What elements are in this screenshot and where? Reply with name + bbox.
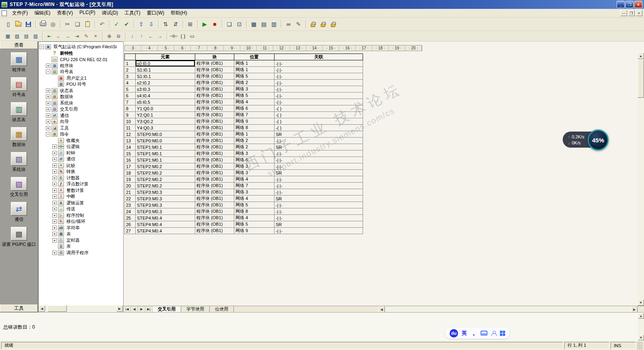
sidebar-item-system-block[interactable]: ▧系统块 xyxy=(0,150,38,175)
cell-association[interactable]: -| |- xyxy=(275,189,363,196)
cell-location[interactable]: 网络 3 xyxy=(234,189,275,196)
sidebar-item-program-block[interactable]: ▦程序块 xyxy=(0,50,38,75)
row-number-cell[interactable]: 1 xyxy=(125,60,136,67)
cell-location[interactable]: 网络 2 xyxy=(234,138,275,144)
tree-toggle-string[interactable]: + xyxy=(52,226,57,230)
row-number-cell[interactable]: 6 xyxy=(125,93,136,99)
row-number-cell[interactable]: 27 xyxy=(125,228,136,234)
pou-comments-button[interactable]: ▤ xyxy=(22,32,31,40)
cell-location[interactable]: 网络 4 xyxy=(234,176,275,183)
tree-item-user-defined-1[interactable]: ▦用户定义1 xyxy=(39,75,123,82)
row-number-cell[interactable]: 21 xyxy=(125,189,136,196)
insert-box-button[interactable]: ▭ xyxy=(188,32,197,40)
tree-toggle-move[interactable]: + xyxy=(52,207,57,211)
scroll-up-button[interactable]: ▲ xyxy=(638,313,644,319)
goto-previous-button[interactable]: ← xyxy=(54,32,63,40)
cell-location[interactable]: 网络 3 xyxy=(234,163,275,170)
cell-block[interactable]: 程序块 (OB1) xyxy=(195,112,234,118)
run-button[interactable]: ▶ xyxy=(200,19,210,29)
cell-association[interactable]: -| |- xyxy=(275,80,363,86)
tree-toggle-floating-point-math[interactable]: + xyxy=(52,182,57,186)
cell-element[interactable]: STEP2:M0.2 xyxy=(136,170,195,176)
cell-location[interactable]: 网络 4 xyxy=(234,215,275,221)
tree-item-bit-logic[interactable]: +⊣⊢位逻辑 xyxy=(39,144,123,150)
row-number-cell[interactable]: 19 xyxy=(125,176,136,183)
tree-toggle-status-chart[interactable]: + xyxy=(46,89,50,93)
view-symbol-info-button[interactable]: ▨ xyxy=(31,32,40,40)
cell-block[interactable]: 程序块 (OB1) xyxy=(195,189,234,196)
cell-association[interactable]: -( ) xyxy=(275,112,363,118)
cell-association[interactable]: -| |- xyxy=(275,99,363,105)
row-number-cell[interactable]: 22 xyxy=(125,196,136,202)
cell-element[interactable]: S1:I0.1 xyxy=(136,73,195,80)
tree-toggle-timers[interactable]: + xyxy=(52,238,57,243)
row-number-cell[interactable]: 8 xyxy=(125,105,136,112)
tree-item-program-control[interactable]: +▷程序控制 xyxy=(39,212,123,219)
cell-location[interactable]: 网络 1 xyxy=(234,67,275,73)
tree-item-convert[interactable]: +⇆转换 xyxy=(39,169,123,175)
cell-location[interactable]: 网络 2 xyxy=(234,144,275,150)
cell-element[interactable]: STEP0:M0.0 xyxy=(136,131,195,138)
cell-location[interactable]: 网络 5 xyxy=(234,202,275,208)
ime-keyboard-icon[interactable] xyxy=(481,331,487,336)
tree-item-move[interactable]: +→传送 xyxy=(39,206,123,212)
cell-association[interactable]: -| |- xyxy=(275,163,363,170)
sort-descending-button[interactable]: ⇵ xyxy=(171,19,181,29)
cell-association[interactable]: SR xyxy=(275,131,363,138)
cell-location[interactable]: 网络 3 xyxy=(234,86,275,93)
tree-item-logical-operations[interactable]: +&逻辑运算 xyxy=(39,200,123,206)
cell-location[interactable]: 网络 7 xyxy=(234,183,275,189)
tree-item-cpu[interactable]: ▭CPU 226 CN REL 02.01 xyxy=(39,56,123,63)
tree-toggle-counters[interactable]: + xyxy=(52,176,57,180)
tree-toggle-program-control[interactable]: + xyxy=(52,213,57,218)
output-scrollbar[interactable]: ▲ ▼ xyxy=(638,313,644,340)
tree-item-clock[interactable]: +◷时钟 xyxy=(39,150,123,156)
tree-toggle-system-block[interactable]: + xyxy=(46,101,50,105)
tree-toggle-tools[interactable]: + xyxy=(46,126,50,130)
compile-button[interactable]: ✓ xyxy=(111,19,122,29)
menu-window[interactable]: 窗口(W) xyxy=(144,9,167,17)
tree-toggle-shift-rotate[interactable]: + xyxy=(52,219,57,224)
cell-element[interactable]: STEP3:M0.3 xyxy=(136,189,195,196)
cell-association[interactable]: -| |- xyxy=(275,157,363,163)
tree-toggle-call-subroutines[interactable]: + xyxy=(52,251,57,255)
ime-punctuation-icon[interactable]: ， xyxy=(471,331,477,335)
edit-cell-button[interactable]: ✎ xyxy=(82,32,91,40)
cell-element[interactable]: STEP3:M0.3 xyxy=(136,202,195,208)
goto-first-button[interactable]: ⇤ xyxy=(45,32,54,40)
data-block-view-button[interactable]: ▥ xyxy=(269,19,279,29)
cell-element[interactable]: S1:I0.1 xyxy=(136,67,195,73)
tree-item-program-block[interactable]: +▦程序块 xyxy=(39,63,123,69)
tree-item-system-block[interactable]: +▧系统块 xyxy=(39,100,123,107)
column-header-block[interactable]: 块 xyxy=(195,54,234,60)
scroll-right-button[interactable]: ▶ xyxy=(631,306,638,313)
menu-debug[interactable]: 调试(D) xyxy=(99,9,122,17)
menu-help[interactable]: 帮助(H) xyxy=(167,9,190,17)
insert-network-button[interactable]: ▦ xyxy=(3,32,12,40)
line-down-button[interactable]: ↓ xyxy=(128,32,137,40)
new-button[interactable]: ▯ xyxy=(3,19,13,29)
symbol-table-view-button[interactable]: ▦ xyxy=(249,19,259,29)
table-horizontal-scrollbar[interactable]: ◀ ▶ xyxy=(378,306,638,312)
pause-program-status-button[interactable]: ⊡ xyxy=(234,19,244,29)
tree-toggle-bit-logic[interactable]: + xyxy=(52,144,57,149)
goto-last-button[interactable]: ⇥ xyxy=(72,32,82,40)
cell-block[interactable]: 程序块 (OB1) xyxy=(195,67,234,73)
row-number-cell[interactable]: 13 xyxy=(125,138,136,144)
navigation-bar-header[interactable]: 查看 xyxy=(0,41,38,49)
cell-element[interactable]: Y4:Q0.3 xyxy=(136,125,195,131)
tree-item-shift-rotate[interactable]: +↻移位/循环 xyxy=(39,218,123,225)
cell-element[interactable]: STEP4:M0.4 xyxy=(136,228,195,234)
cell-block[interactable]: 程序块 (OB1) xyxy=(195,196,234,202)
row-number-cell[interactable]: 4 xyxy=(125,80,136,86)
unforce-button[interactable] xyxy=(318,19,328,29)
tree-item-project-root[interactable]: −▣双气缸运动 (C:\Program Files\Si xyxy=(39,44,123,50)
cell-block[interactable]: 程序块 (OB1) xyxy=(195,138,234,144)
cell-block[interactable]: 程序块 (OB1) xyxy=(195,215,234,221)
cell-block[interactable]: 程序块 (OB1) xyxy=(195,73,234,80)
cell-association[interactable]: -| |- xyxy=(275,183,363,189)
tab-bit-usage[interactable]: 位使用 xyxy=(210,306,234,312)
cell-association[interactable]: -| |- xyxy=(275,67,363,73)
tree-item-libraries[interactable]: ≣库 xyxy=(39,243,123,250)
row-number-cell[interactable]: 5 xyxy=(125,86,136,93)
